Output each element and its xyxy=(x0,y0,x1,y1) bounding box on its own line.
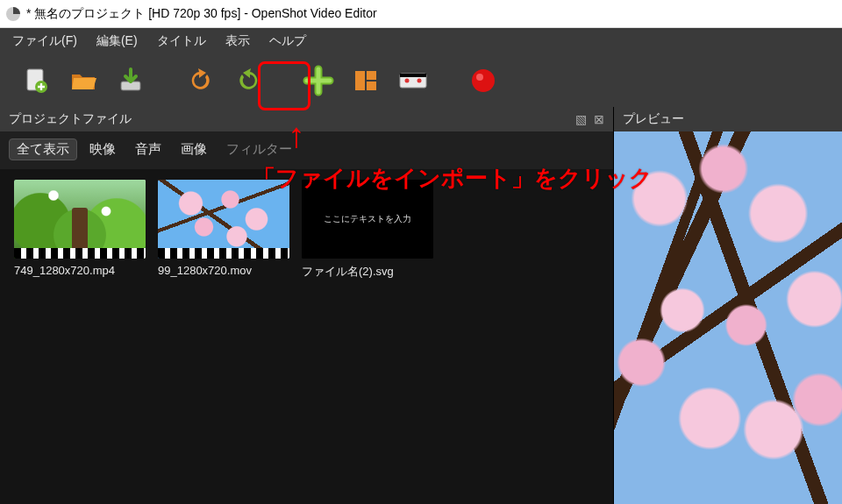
window-title: * 無名のプロジェクト [HD 720p 30 fps] - OpenShot … xyxy=(26,6,377,22)
svg-point-11 xyxy=(472,69,495,92)
filter-all[interactable]: 全て表示 xyxy=(9,138,77,160)
app-window: * 無名のプロジェクト [HD 720p 30 fps] - OpenShot … xyxy=(0,0,842,504)
marker-button[interactable] xyxy=(395,62,432,99)
new-file-button[interactable] xyxy=(18,62,54,99)
preview-label: プレビュー xyxy=(623,111,684,127)
title-card-text: ここにテキストを入力 xyxy=(324,213,411,225)
svg-point-10 xyxy=(417,79,422,83)
undo-button[interactable] xyxy=(182,62,219,99)
import-files-button[interactable] xyxy=(300,62,337,99)
filter-audio[interactable]: 音声 xyxy=(128,139,168,160)
svg-rect-5 xyxy=(367,71,376,80)
svg-rect-8 xyxy=(400,74,426,77)
svg-rect-6 xyxy=(367,82,376,90)
file-tile[interactable]: 99_1280x720.mov xyxy=(158,180,289,280)
menu-bar: ファイル(F) 編集(E) タイトル 表示 ヘルプ xyxy=(0,28,842,54)
open-folder-button[interactable] xyxy=(65,62,102,99)
layout-button[interactable] xyxy=(347,62,384,99)
close-panel-icon[interactable]: ⊠ xyxy=(594,112,604,126)
annotation-text: 「ファイルをインポート」をクリック xyxy=(253,163,653,194)
project-files-label: プロジェクトファイル xyxy=(9,111,132,127)
file-caption: ファイル名(2).svg xyxy=(302,264,394,280)
menu-edit[interactable]: 編集(E) xyxy=(96,33,138,49)
menu-file[interactable]: ファイル(F) xyxy=(12,33,77,49)
save-button[interactable] xyxy=(112,62,149,99)
filter-image[interactable]: 画像 xyxy=(174,139,214,160)
record-button[interactable] xyxy=(465,62,502,99)
svg-point-12 xyxy=(476,74,483,81)
redo-button[interactable] xyxy=(230,62,267,99)
menu-view[interactable]: 表示 xyxy=(225,33,250,49)
file-caption: 99_1280x720.mov xyxy=(158,264,252,277)
file-tile[interactable]: ここにテキストを入力 ファイル名(2).svg xyxy=(302,180,433,280)
annotation-arrow: ↑ xyxy=(288,117,305,153)
file-tile[interactable]: 749_1280x720.mp4 xyxy=(14,180,146,280)
file-caption: 749_1280x720.mp4 xyxy=(14,264,115,277)
menu-help[interactable]: ヘルプ xyxy=(269,33,306,49)
app-icon xyxy=(5,6,21,22)
title-bar: * 無名のプロジェクト [HD 720p 30 fps] - OpenShot … xyxy=(0,0,842,28)
svg-point-9 xyxy=(405,79,410,83)
detach-panel-icon[interactable]: ▧ xyxy=(575,112,587,126)
menu-title[interactable]: タイトル xyxy=(157,33,206,49)
toolbar xyxy=(0,54,842,107)
svg-rect-4 xyxy=(355,71,365,90)
filter-video[interactable]: 映像 xyxy=(82,139,123,160)
